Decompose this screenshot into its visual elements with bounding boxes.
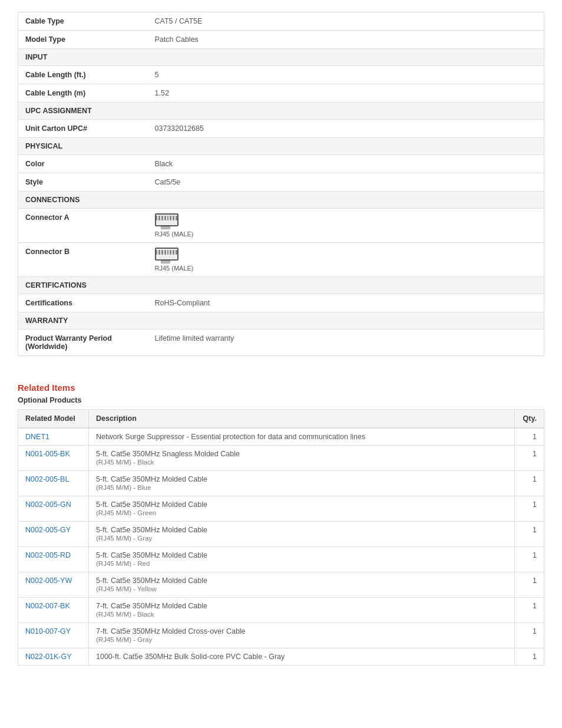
specs-value: 1.52	[148, 84, 544, 103]
desc-sub: (RJ45 M/M) - Black	[96, 611, 154, 618]
related-table-row: N002-005-BL5-ft. Cat5e 350MHz Molded Cab…	[18, 471, 544, 496]
related-qty-cell: 1	[515, 522, 544, 547]
specs-label: Product Warranty Period (Worldwide)	[18, 330, 148, 356]
specs-table: Cable TypeCAT5 / CAT5EModel TypePatch Ca…	[18, 12, 544, 356]
related-description-cell: 5-ft. Cat5e 350MHz Snagless Molded Cable…	[89, 446, 515, 471]
specs-value-connector: RJ45 (MALE)	[148, 243, 544, 277]
related-model-cell[interactable]: N022-01K-GY	[18, 648, 89, 666]
specs-value: CAT5 / CAT5E	[148, 12, 544, 31]
related-table-header: Related Model	[18, 410, 89, 429]
model-link[interactable]: N002-005-RD	[25, 551, 71, 559]
related-description-cell: 5-ft. Cat5e 350MHz Molded Cable(RJ45 M/M…	[89, 471, 515, 496]
specs-value: Black	[148, 155, 544, 173]
specs-value: Cat5/5e	[148, 173, 544, 192]
related-model-cell[interactable]: N002-005-RD	[18, 547, 89, 572]
specs-row: CertificationsRoHS-Compliant	[18, 294, 544, 312]
related-table-row: N002-007-BK7-ft. Cat5e 350MHz Molded Cab…	[18, 598, 544, 623]
related-model-cell[interactable]: DNET1	[18, 428, 89, 446]
related-table-row: N002-005-GY5-ft. Cat5e 350MHz Molded Cab…	[18, 522, 544, 547]
specs-row: Cable TypeCAT5 / CAT5E	[18, 12, 544, 31]
related-table-row: N001-005-BK5-ft. Cat5e 350MHz Snagless M…	[18, 446, 544, 471]
desc-main: 5-ft. Cat5e 350MHz Molded Cable	[96, 475, 207, 483]
specs-row-connector: Connector B RJ45 (MALE)	[18, 243, 544, 277]
desc-main: 5-ft. Cat5e 350MHz Molded Cable	[96, 526, 207, 534]
model-link[interactable]: N022-01K-GY	[25, 653, 72, 661]
related-qty-cell: 1	[515, 623, 544, 648]
specs-value: Patch Cables	[148, 31, 544, 49]
rj45-icon	[155, 248, 178, 263]
related-description-cell: 5-ft. Cat5e 350MHz Molded Cable(RJ45 M/M…	[89, 496, 515, 522]
model-link[interactable]: N002-005-GY	[25, 526, 71, 534]
related-qty-cell: 1	[515, 496, 544, 522]
related-qty-cell: 1	[515, 428, 544, 446]
specs-value: 037332012685	[148, 120, 544, 138]
specs-section-header: UPC ASSIGNMENT	[18, 103, 544, 120]
related-description-cell: 5-ft. Cat5e 350MHz Molded Cable(RJ45 M/M…	[89, 547, 515, 572]
model-link[interactable]: N002-005-BL	[25, 475, 69, 483]
specs-row: Product Warranty Period (Worldwide)Lifet…	[18, 330, 544, 356]
specs-row: Model TypePatch Cables	[18, 31, 544, 49]
desc-sub: (RJ45 M/M) - Black	[96, 459, 154, 466]
model-link[interactable]: N002-007-BK	[25, 602, 70, 610]
model-link[interactable]: N002-005-YW	[25, 577, 72, 585]
specs-section-header: CONNECTIONS	[18, 192, 544, 209]
specs-row: ColorBlack	[18, 155, 544, 173]
specs-section-header: INPUT	[18, 49, 544, 66]
desc-main: 5-ft. Cat5e 350MHz Molded Cable	[96, 551, 207, 559]
desc-sub: (RJ45 M/M) - Blue	[96, 484, 151, 491]
model-link[interactable]: DNET1	[25, 433, 49, 441]
related-model-cell[interactable]: N002-005-YW	[18, 572, 89, 598]
desc-main: 5-ft. Cat5e 350MHz Molded Cable	[96, 500, 207, 509]
desc-main: 5-ft. Cat5e 350MHz Molded Cable	[96, 577, 207, 585]
desc-main: 5-ft. Cat5e 350MHz Snagless Molded Cable	[96, 450, 240, 458]
specs-section-header: WARRANTY	[18, 312, 544, 330]
connector-label: RJ45 (MALE)	[155, 265, 194, 272]
related-model-cell[interactable]: N002-005-BL	[18, 471, 89, 496]
desc-main: 1000-ft. Cat5e 350MHz Bulk Solid-core PV…	[96, 653, 285, 661]
specs-label: Model Type	[18, 31, 148, 49]
specs-label: Connector A	[18, 209, 148, 243]
specs-section-header: PHYSICAL	[18, 138, 544, 155]
related-table-row: N002-005-RD5-ft. Cat5e 350MHz Molded Cab…	[18, 547, 544, 572]
specs-row-connector: Connector A RJ45 (MALE)	[18, 209, 544, 243]
specs-row: Cable Length (ft.)5	[18, 66, 544, 84]
related-table-row: N010-007-GY7-ft. Cat5e 350MHz Molded Cro…	[18, 623, 544, 648]
desc-sub: (RJ45 M/M) - Yellow	[96, 585, 157, 592]
related-table-row: N002-005-YW5-ft. Cat5e 350MHz Molded Cab…	[18, 572, 544, 598]
related-qty-cell: 1	[515, 648, 544, 666]
related-description-cell: 5-ft. Cat5e 350MHz Molded Cable(RJ45 M/M…	[89, 572, 515, 598]
specs-label: Cable Type	[18, 12, 148, 31]
related-model-cell[interactable]: N001-005-BK	[18, 446, 89, 471]
related-model-cell[interactable]: N010-007-GY	[18, 623, 89, 648]
desc-sub: (RJ45 M/M) - Gray	[96, 636, 152, 643]
specs-value: 5	[148, 66, 544, 84]
specs-value-connector: RJ45 (MALE)	[148, 209, 544, 243]
desc-sub: (RJ45 M/M) - Red	[96, 560, 150, 567]
related-qty-cell: 1	[515, 446, 544, 471]
model-link[interactable]: N010-007-GY	[25, 627, 71, 635]
desc-sub: (RJ45 M/M) - Green	[96, 509, 156, 516]
specs-row: StyleCat5/5e	[18, 173, 544, 192]
related-model-cell[interactable]: N002-005-GN	[18, 496, 89, 522]
specs-label: Style	[18, 173, 148, 192]
related-table-header: Qty.	[515, 410, 544, 429]
desc-sub: (RJ45 M/M) - Gray	[96, 535, 152, 542]
related-model-cell[interactable]: N002-007-BK	[18, 598, 89, 623]
connector-label: RJ45 (MALE)	[155, 230, 194, 238]
model-link[interactable]: N002-005-GN	[25, 500, 71, 509]
related-description-cell: 7-ft. Cat5e 350MHz Molded Cross-over Cab…	[89, 623, 515, 648]
model-link[interactable]: N001-005-BK	[25, 450, 70, 458]
specs-label: Cable Length (m)	[18, 84, 148, 103]
optional-products-label: Optional Products	[18, 396, 544, 404]
related-qty-cell: 1	[515, 598, 544, 623]
related-qty-cell: 1	[515, 471, 544, 496]
related-items-table: Related ModelDescriptionQty.DNET1Network…	[18, 409, 544, 666]
related-model-cell[interactable]: N002-005-GY	[18, 522, 89, 547]
specs-section-header: CERTIFICATIONS	[18, 277, 544, 294]
specs-row: Unit Carton UPC#037332012685	[18, 120, 544, 138]
specs-label: Unit Carton UPC#	[18, 120, 148, 138]
related-table-row: DNET1Network Surge Suppressor - Essentia…	[18, 428, 544, 446]
related-items-section: Related Items Optional Products Related …	[18, 383, 544, 666]
desc-main: 7-ft. Cat5e 350MHz Molded Cross-over Cab…	[96, 627, 246, 635]
related-items-title: Related Items	[18, 383, 544, 393]
